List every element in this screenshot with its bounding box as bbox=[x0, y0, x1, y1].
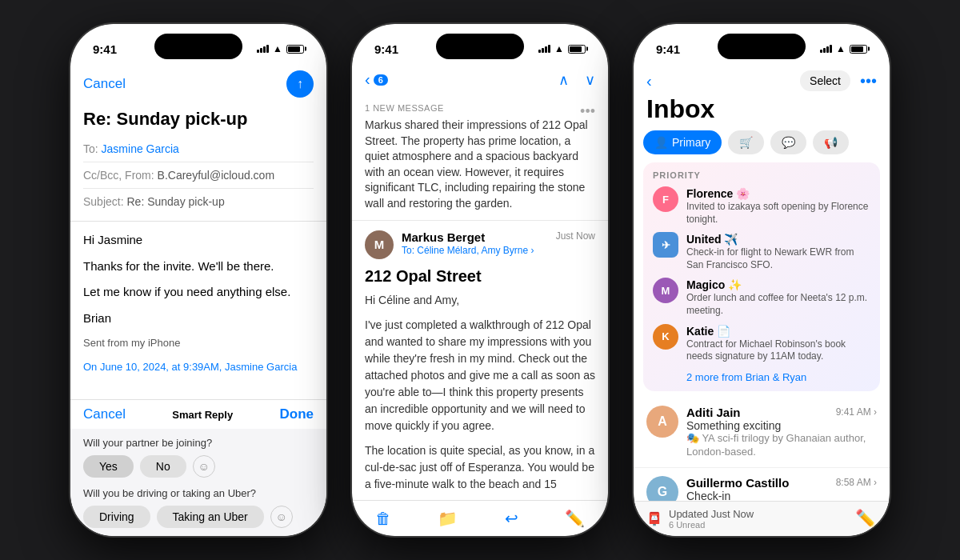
compose-button[interactable]: ✏️ bbox=[565, 509, 585, 528]
inbox-item-guillermo[interactable]: G Guillermo Castillo 8:58 AM › Check-in … bbox=[634, 468, 890, 501]
thread-nav: ‹ 6 ∧ ∨ bbox=[352, 67, 608, 95]
ccbcc-value: B.Careyful@icloud.com bbox=[158, 169, 275, 182]
inbox-list: A Aditi Jain 9:41 AM › Something excitin… bbox=[634, 398, 890, 501]
prev-email-button[interactable]: ∧ bbox=[558, 71, 569, 89]
folder-button[interactable]: 📁 bbox=[438, 509, 458, 528]
aditi-preview: 🎭 YA sci-fi trilogy by Ghanaian author, … bbox=[686, 432, 877, 459]
send-button[interactable]: ↑ bbox=[286, 70, 314, 98]
message-subject: 212 Opal Street bbox=[365, 267, 595, 286]
priority-section: PRIORITY F Florence 🌸 Invited to izakaya… bbox=[643, 162, 880, 391]
mailbox-icon: 📮 bbox=[646, 511, 662, 526]
reply-button[interactable]: ↩ bbox=[505, 509, 518, 528]
tab-shopping[interactable]: 🛒 bbox=[728, 130, 764, 154]
back-chevron: ‹ bbox=[365, 70, 370, 89]
time-2: 9:41 bbox=[374, 42, 398, 56]
ccbcc-field[interactable]: Cc/Bcc, From: B.Careyful@icloud.com bbox=[83, 162, 314, 189]
back-button-inbox[interactable]: ‹ bbox=[646, 72, 652, 90]
footer-info: Updated Just Now 6 Unread bbox=[669, 508, 754, 530]
smart-reply-section: Will your partner be joining? Yes No ☺ W… bbox=[70, 429, 326, 536]
dynamic-island-3 bbox=[718, 34, 806, 59]
body-line1: Thanks for the invite. We'll be there. bbox=[83, 258, 314, 276]
united-content: United ✈️ Check-in for flight to Newark … bbox=[686, 232, 870, 271]
footer-updated: Updated Just Now bbox=[669, 508, 754, 520]
shopping-icon: 🛒 bbox=[739, 136, 753, 149]
katie-avatar: K bbox=[653, 324, 678, 350]
time-3: 9:41 bbox=[656, 42, 680, 56]
dynamic-island-1 bbox=[154, 34, 242, 59]
priority-item-magico: M Magico ✨ Order lunch and coffee for Ne… bbox=[653, 278, 870, 317]
msg-header: M Markus Berget Just Now To: Céline Méla… bbox=[365, 230, 595, 259]
katie-text: Contract for Michael Robinson's book nee… bbox=[686, 338, 870, 363]
florence-text: Invited to izakaya soft opening by Flore… bbox=[686, 201, 870, 226]
katie-content: Katie 📄 Contract for Michael Robinson's … bbox=[686, 324, 870, 363]
more-options-button[interactable]: ••• bbox=[580, 103, 595, 120]
promo-icon: 📢 bbox=[824, 136, 838, 149]
priority-item-katie: K Katie 📄 Contract for Michael Robinson'… bbox=[653, 324, 870, 363]
tab-promo[interactable]: 📢 bbox=[813, 130, 849, 154]
primary-icon: 👤 bbox=[654, 136, 668, 149]
smiley-icon-2[interactable]: ☺ bbox=[270, 506, 293, 528]
trash-button[interactable]: 🗑 bbox=[375, 510, 391, 528]
more-from[interactable]: 2 more from Brian & Ryan bbox=[653, 370, 870, 383]
no-button[interactable]: No bbox=[140, 455, 186, 478]
smart-reply-cancel[interactable]: Cancel bbox=[83, 406, 126, 422]
nav-arrows: ∧ ∨ bbox=[558, 71, 595, 89]
tab-primary[interactable]: 👤 Primary bbox=[643, 130, 722, 154]
tab-chat[interactable]: 💬 bbox=[770, 130, 806, 154]
uber-button[interactable]: Taking an Uber bbox=[157, 506, 264, 528]
smart-reply-done[interactable]: Done bbox=[279, 406, 314, 422]
time-1: 9:41 bbox=[93, 42, 117, 56]
reply-options-1: Yes No ☺ bbox=[83, 455, 314, 478]
to-field[interactable]: To: Jasmine Garcia bbox=[83, 136, 314, 162]
united-avatar: ✈ bbox=[653, 232, 678, 258]
msg-meta: Markus Berget Just Now To: Céline Mélard… bbox=[402, 230, 595, 256]
body-signature: Brian bbox=[83, 310, 314, 328]
driving-button[interactable]: Driving bbox=[83, 506, 150, 528]
quoted-text: On June 10, 2024, at 9:39AM, Jasmine Gar… bbox=[83, 361, 297, 373]
katie-name: Katie 📄 bbox=[686, 325, 730, 338]
aditi-content: Aditi Jain 9:41 AM › Something exciting … bbox=[686, 406, 877, 459]
sender-name: Markus Berget bbox=[402, 230, 485, 244]
email-thread-screen: ‹ 6 ∧ ∨ 1 NEW MESSAGE Markus shared thei… bbox=[352, 67, 608, 536]
smiley-icon[interactable]: ☺ bbox=[193, 455, 215, 478]
signal-icon bbox=[257, 45, 269, 53]
to-value: Jasmine Garcia bbox=[102, 142, 179, 155]
wifi-icon: ▲ bbox=[273, 43, 282, 54]
next-email-button[interactable]: ∨ bbox=[585, 71, 595, 89]
smart-reply-q1: Will your partner be joining? bbox=[83, 437, 314, 449]
to-label: To: bbox=[83, 142, 98, 155]
yes-button[interactable]: Yes bbox=[83, 455, 134, 478]
email-top-bar: Cancel ↑ bbox=[83, 67, 314, 106]
priority-label: PRIORITY bbox=[653, 170, 870, 180]
email-body[interactable]: Hi Jasmine Thanks for the invite. We'll … bbox=[70, 222, 326, 399]
signal-icon-2 bbox=[538, 45, 550, 53]
inbox-footer: 📮 Updated Just Now 6 Unread ✏️ bbox=[634, 501, 890, 536]
primary-label: Primary bbox=[672, 136, 710, 149]
inbox-actions: Select ••• bbox=[800, 70, 877, 91]
thread-preview: 1 NEW MESSAGE Markus shared their impres… bbox=[352, 95, 608, 221]
thread-toolbar: 🗑 📁 ↩ ✏️ bbox=[352, 500, 608, 536]
greeting-line: Hi Céline and Amy, bbox=[365, 292, 595, 309]
compose-new-button[interactable]: ✏️ bbox=[855, 509, 877, 530]
more-options-inbox[interactable]: ••• bbox=[860, 72, 877, 90]
email-header: Cancel ↑ Re: Sunday pick-up To: Jasmine … bbox=[70, 67, 326, 222]
subject-field[interactable]: Subject: Re: Sunday pick-up bbox=[83, 189, 314, 214]
united-text: Check-in for flight to Newark EWR from S… bbox=[686, 246, 870, 271]
subject-value: Re: Sunday pick-up bbox=[126, 195, 224, 208]
inbox-title: Inbox bbox=[634, 91, 890, 130]
florence-name: Florence 🌸 bbox=[686, 187, 750, 200]
preview-text: Markus shared their impressions of 212 O… bbox=[365, 118, 595, 212]
guillermo-time: 8:58 AM › bbox=[836, 477, 877, 488]
back-button[interactable]: ‹ 6 bbox=[365, 70, 388, 89]
select-button[interactable]: Select bbox=[800, 70, 850, 91]
status-icons-1: ▲ bbox=[257, 43, 304, 54]
inbox-item-aditi[interactable]: A Aditi Jain 9:41 AM › Something excitin… bbox=[634, 398, 890, 468]
guillermo-top: Guillermo Castillo 8:58 AM › bbox=[686, 476, 877, 490]
body-greeting: Hi Jasmine bbox=[83, 231, 314, 250]
reply-options-2: Driving Taking an Uber ☺ bbox=[83, 506, 314, 528]
thread-preview-container: 1 NEW MESSAGE Markus shared their impres… bbox=[352, 95, 608, 221]
subject-label: Subject: bbox=[83, 195, 124, 208]
inbox-screen: ‹ Select ••• Inbox 👤 Primary 🛒 bbox=[634, 67, 890, 536]
cancel-button[interactable]: Cancel bbox=[83, 76, 126, 92]
florence-avatar: F bbox=[653, 186, 678, 212]
